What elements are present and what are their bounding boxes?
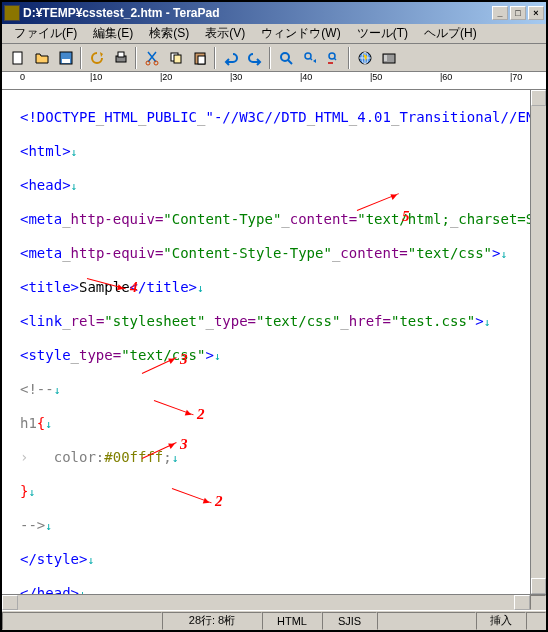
toolbar-separator xyxy=(214,47,216,69)
open-file-icon[interactable] xyxy=(30,47,53,69)
annotation-arrow xyxy=(154,400,194,415)
scrollbar-corner xyxy=(530,595,546,610)
status-position: 28行: 8桁 xyxy=(162,612,262,630)
svg-point-11 xyxy=(281,53,289,61)
statusbar: 28行: 8桁 HTML SJIS 挿入 xyxy=(2,610,546,630)
menu-file[interactable]: ファイル(F) xyxy=(6,23,85,44)
paste-icon[interactable] xyxy=(188,47,211,69)
annotation-3: 3 xyxy=(180,436,188,453)
new-file-icon[interactable] xyxy=(6,47,29,69)
code-editor[interactable]: <!DOCTYPE_HTML_PUBLIC_"-//W3C//DTD_HTML_… xyxy=(2,90,530,594)
toolbar xyxy=(2,44,546,72)
window-title: D:¥TEMP¥csstest_2.htm - TeraPad xyxy=(23,6,492,20)
redo-icon[interactable] xyxy=(243,47,266,69)
annotation-5: 5 xyxy=(402,208,410,225)
svg-rect-4 xyxy=(118,52,124,57)
replace-icon[interactable] xyxy=(322,47,345,69)
scroll-track[interactable] xyxy=(531,106,546,578)
menu-view[interactable]: 表示(V) xyxy=(197,23,253,44)
status-insert: 挿入 xyxy=(476,612,526,630)
svg-rect-10 xyxy=(198,56,205,64)
status-blank xyxy=(377,612,476,630)
status-grip xyxy=(526,612,546,630)
annotation-4: 4 xyxy=(130,279,138,296)
menu-tool[interactable]: ツール(T) xyxy=(349,23,416,44)
toolbar-separator xyxy=(135,47,137,69)
app-icon xyxy=(4,5,20,21)
scroll-right-icon[interactable] xyxy=(514,595,530,610)
status-blank xyxy=(2,612,162,630)
annotation-2: 2 xyxy=(197,406,205,423)
find-next-icon[interactable] xyxy=(298,47,321,69)
toolbar-separator xyxy=(80,47,82,69)
menu-search[interactable]: 検索(S) xyxy=(141,23,197,44)
annotation-3: 3 xyxy=(180,351,188,368)
status-mode: HTML xyxy=(262,612,322,630)
horizontal-scrollbar[interactable] xyxy=(2,594,546,610)
find-icon[interactable] xyxy=(274,47,297,69)
vertical-scrollbar[interactable] xyxy=(530,90,546,594)
settings-icon[interactable] xyxy=(377,47,400,69)
print-icon[interactable] xyxy=(109,47,132,69)
close-button[interactable]: × xyxy=(528,6,544,20)
scroll-up-icon[interactable] xyxy=(531,90,546,106)
menubar: ファイル(F) 編集(E) 検索(S) 表示(V) ウィンドウ(W) ツール(T… xyxy=(2,24,546,44)
app-window: D:¥TEMP¥csstest_2.htm - TeraPad _ □ × ファ… xyxy=(0,0,548,632)
maximize-button[interactable]: □ xyxy=(510,6,526,20)
save-icon[interactable] xyxy=(54,47,77,69)
reload-icon[interactable] xyxy=(85,47,108,69)
editor-container: <!DOCTYPE_HTML_PUBLIC_"-//W3C//DTD_HTML_… xyxy=(2,90,546,594)
status-encoding: SJIS xyxy=(322,612,377,630)
cut-icon[interactable] xyxy=(140,47,163,69)
ruler: 0 |10 |20 |30 |40 |50 |60 |70 xyxy=(2,72,546,90)
svg-rect-2 xyxy=(62,59,70,63)
menu-help[interactable]: ヘルプ(H) xyxy=(416,23,485,44)
minimize-button[interactable]: _ xyxy=(492,6,508,20)
copy-icon[interactable] xyxy=(164,47,187,69)
toolbar-separator xyxy=(348,47,350,69)
svg-rect-0 xyxy=(13,52,22,64)
toolbar-separator xyxy=(269,47,271,69)
svg-rect-8 xyxy=(174,55,181,63)
undo-icon[interactable] xyxy=(219,47,242,69)
menu-edit[interactable]: 編集(E) xyxy=(85,23,141,44)
scroll-down-icon[interactable] xyxy=(531,578,546,594)
annotation-2: 2 xyxy=(215,493,223,510)
scroll-track[interactable] xyxy=(18,595,514,610)
scroll-left-icon[interactable] xyxy=(2,595,18,610)
annotation-arrow xyxy=(357,193,399,211)
menu-window[interactable]: ウィンドウ(W) xyxy=(253,23,348,44)
titlebar: D:¥TEMP¥csstest_2.htm - TeraPad _ □ × xyxy=(2,2,546,24)
browser-icon[interactable] xyxy=(353,47,376,69)
